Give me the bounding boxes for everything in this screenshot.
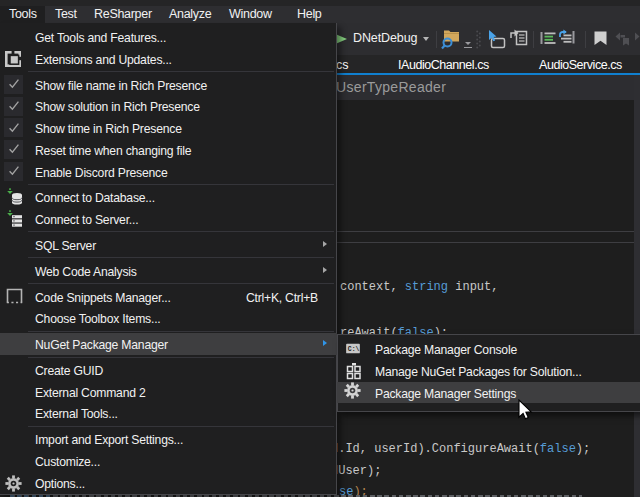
svg-text:C:\: C:\	[348, 346, 360, 353]
